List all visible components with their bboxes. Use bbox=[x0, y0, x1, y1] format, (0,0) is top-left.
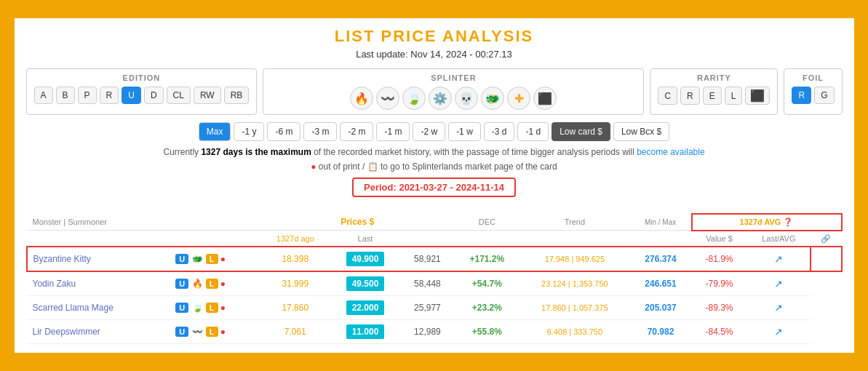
out-of-print-icon: ● bbox=[220, 303, 226, 313]
time-btn-1y[interactable]: -1 y bbox=[234, 122, 264, 141]
ext-link-icon[interactable]: ↗ bbox=[774, 302, 783, 314]
avg-value-cell: 70.982 bbox=[630, 320, 692, 344]
col-value: Value $ bbox=[692, 231, 747, 247]
col-avg-section: 1327d AVG ❓ bbox=[692, 214, 842, 231]
col-trend: Trend bbox=[519, 214, 629, 231]
ext-link-icon[interactable]: ↗ bbox=[774, 326, 783, 338]
monster-edition-cell: U 🍃 L ● bbox=[157, 296, 244, 320]
col-last: Last bbox=[330, 231, 401, 247]
splinter-icon: 〰️ bbox=[192, 327, 203, 337]
table-row: Yodin Zaku U 🔥 L ● 31.999 49.500 58,448 … bbox=[27, 271, 842, 296]
rarity-badge: L bbox=[206, 327, 218, 337]
last-cell: 49.900 bbox=[330, 247, 401, 271]
monster-name[interactable]: Lir Deepswimmer bbox=[33, 327, 100, 337]
time-btn-2m[interactable]: -2 m bbox=[340, 122, 373, 141]
monster-name[interactable]: Byzantine Kitty bbox=[33, 254, 91, 264]
rarity-badge: L bbox=[206, 254, 218, 264]
edition-btn-CL[interactable]: CL bbox=[167, 87, 191, 104]
time-btn-max[interactable]: Max bbox=[199, 122, 231, 141]
rarity-btn-all[interactable]: ⬛ bbox=[745, 87, 770, 105]
ago-cell: 7.061 bbox=[260, 320, 330, 344]
splinter-death-btn[interactable]: 💀 bbox=[455, 87, 478, 110]
time-btn-1m[interactable]: -1 m bbox=[376, 122, 410, 141]
monster-name-cell: Scarred Llama Mage bbox=[27, 296, 157, 320]
lastavg-cell: -84.5% bbox=[692, 320, 747, 344]
rarity-btn-R[interactable]: R bbox=[680, 87, 700, 105]
edition-badge: U bbox=[175, 327, 188, 337]
trend-cell: +171.2% bbox=[455, 247, 520, 271]
ago-cell: 17.860 bbox=[260, 296, 330, 320]
link-cell[interactable]: ↗ bbox=[747, 320, 811, 344]
col-lastavg: Last/AVG bbox=[747, 231, 811, 247]
monster-name[interactable]: Scarred Llama Mage bbox=[33, 303, 114, 313]
edition-btn-R[interactable]: R bbox=[100, 87, 119, 104]
rarity-btn-L[interactable]: L bbox=[725, 87, 743, 105]
out-of-print-icon: ● bbox=[220, 254, 226, 264]
lastavg-cell: -79.9% bbox=[692, 271, 747, 296]
edition-btn-P[interactable]: P bbox=[78, 87, 97, 104]
rarity-btn-E[interactable]: E bbox=[703, 87, 722, 105]
last-value: 22.000 bbox=[346, 300, 385, 315]
filler-cell-4 bbox=[244, 320, 260, 344]
ext-link-icon[interactable]: ↗ bbox=[774, 253, 783, 265]
trend-cell: +23.2% bbox=[455, 296, 520, 320]
avg-value-cell: 205.037 bbox=[630, 296, 692, 320]
rarity-label: RARITY bbox=[697, 73, 731, 82]
col-minmax-sub bbox=[630, 231, 692, 247]
splinter-life-btn[interactable]: ✚ bbox=[507, 87, 530, 110]
period-label: Period: bbox=[364, 182, 399, 193]
col-dec-sub2 bbox=[455, 231, 520, 247]
avg-value-cell: 276.374 bbox=[630, 247, 692, 271]
time-btn-3d[interactable]: -3 d bbox=[484, 122, 515, 141]
splinter-all-btn[interactable]: ⬛ bbox=[533, 87, 557, 110]
rarity-filter: RARITY C R E L ⬛ bbox=[650, 68, 778, 115]
period-end: 2024-11-14 bbox=[455, 182, 504, 193]
time-btn-1d[interactable]: -1 d bbox=[517, 122, 549, 141]
trend-cell: +54.7% bbox=[455, 271, 520, 296]
dec-cell: 58,448 bbox=[400, 271, 454, 296]
splinter-fire-btn[interactable]: 🔥 bbox=[350, 87, 373, 110]
link-cell[interactable]: ↗ bbox=[747, 271, 811, 296]
col-minmax: Min / Max bbox=[630, 214, 692, 231]
splinter-neutral-btn[interactable]: ⚙️ bbox=[429, 87, 452, 110]
monster-name-cell: Yodin Zaku bbox=[27, 271, 157, 296]
minmax-cell: 17.860 | 1,057.375 bbox=[519, 296, 629, 320]
edition-badge: U bbox=[175, 303, 188, 313]
foil-btn-R[interactable]: R bbox=[792, 87, 811, 104]
period-row: Period: 2021-03-27 - 2024-11-14 bbox=[26, 177, 843, 206]
time-btn-3m[interactable]: -3 m bbox=[303, 122, 337, 141]
rarity-badge: L bbox=[206, 279, 218, 289]
time-btn-2w[interactable]: -2 w bbox=[413, 122, 445, 141]
foil-btn-G[interactable]: G bbox=[814, 87, 834, 104]
link-cell[interactable]: ↗ bbox=[747, 247, 811, 271]
splinter-water-btn[interactable]: 〰️ bbox=[376, 87, 399, 110]
monster-name[interactable]: Yodin Zaku bbox=[33, 279, 76, 289]
low-card-btn[interactable]: Low card $ bbox=[552, 122, 610, 141]
splinter-label: SPLINTER bbox=[431, 73, 476, 82]
time-btn-1w[interactable]: -1 w bbox=[448, 122, 481, 141]
edition-btn-group: A B P R U D CL RW RB bbox=[34, 87, 250, 104]
edition-btn-RB[interactable]: RB bbox=[224, 87, 250, 104]
out-of-print-text: ● out of print / 📋 to go to Splinterland… bbox=[26, 161, 843, 172]
period-box: Period: 2021-03-27 - 2024-11-14 bbox=[352, 177, 516, 197]
low-bcx-btn[interactable]: Low Bcx $ bbox=[613, 122, 669, 141]
rarity-btn-C[interactable]: C bbox=[658, 87, 677, 105]
edition-btn-U[interactable]: U bbox=[122, 87, 141, 104]
edition-btn-D[interactable]: D bbox=[144, 87, 164, 104]
edition-badge: U bbox=[175, 279, 188, 289]
splinter-icon: 🍃 bbox=[192, 303, 203, 313]
ext-link-icon[interactable]: ↗ bbox=[774, 278, 783, 290]
col-prices: Prices $ bbox=[260, 214, 455, 231]
link-cell[interactable]: ↗ bbox=[747, 296, 811, 320]
edition-btn-RW[interactable]: RW bbox=[194, 87, 221, 104]
splinter-earth-btn[interactable]: 🍃 bbox=[402, 87, 426, 110]
dec-cell: 12,989 bbox=[400, 320, 454, 344]
rarity-badge: L bbox=[206, 303, 218, 313]
time-btn-6m[interactable]: -6 m bbox=[267, 122, 300, 141]
monster-edition-cell: U 〰️ L ● bbox=[157, 320, 244, 344]
edition-btn-A[interactable]: A bbox=[34, 87, 53, 104]
avg-value-cell: 246.651 bbox=[630, 271, 692, 296]
edition-btn-B[interactable]: B bbox=[56, 87, 75, 104]
splinter-dragon-btn[interactable]: 🐲 bbox=[481, 87, 504, 110]
col-dec: DEC bbox=[455, 214, 520, 231]
